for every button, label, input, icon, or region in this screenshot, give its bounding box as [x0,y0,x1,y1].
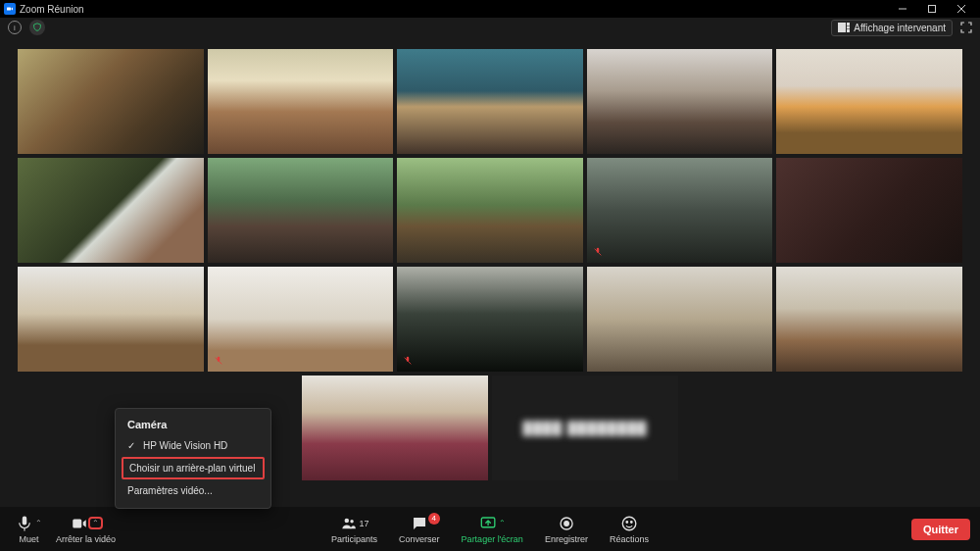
participant-tile[interactable] [397,49,583,154]
meeting-toolbar: ⌃ Muet ⌃ Arrêter la vidéo [0,507,980,551]
share-label: Partager l'écran [462,534,523,544]
video-settings[interactable]: Paramètres vidéo... [116,481,270,500]
svg-point-15 [350,520,353,523]
video-settings-label: Paramètres vidéo... [127,485,213,496]
svg-point-18 [564,521,569,526]
reactions-button[interactable]: Réactions [604,515,655,544]
svg-point-20 [626,521,628,523]
speaker-view-icon [838,23,850,32]
svg-point-14 [344,518,349,523]
view-mode-label: Affichage intervenant [854,23,946,33]
record-label: Enregistrer [545,534,588,544]
video-gallery: ████ ████████ Caméra ✓ HP Wide Vision HD… [0,37,980,507]
chat-badge: 4 [428,513,440,525]
participant-tile[interactable] [208,49,394,154]
participant-tile[interactable] [776,158,962,263]
svg-rect-13 [73,519,81,527]
reactions-icon [620,515,638,532]
svg-rect-2 [929,6,936,13]
chat-icon [411,515,428,532]
participant-tile[interactable] [776,267,962,372]
leave-button[interactable]: Quitter [911,519,970,540]
camera-options-popup: Caméra ✓ HP Wide Vision HD Choisir un ar… [115,408,271,509]
participant-tile[interactable] [587,267,773,372]
encryption-icon[interactable] [29,20,45,35]
svg-rect-5 [838,23,846,32]
fullscreen-icon[interactable] [960,22,972,33]
mute-button[interactable]: ⌃ Muet [10,515,48,544]
participant-tile[interactable] [18,267,204,372]
info-bar: i Affichage intervenant [0,18,980,37]
participants-label: Participants [331,534,377,544]
record-button[interactable]: Enregistrer [539,515,594,544]
share-screen-icon [479,515,497,532]
participants-icon [340,515,358,532]
choose-virtual-background[interactable]: Choisir un arrière-plan virtuel [122,457,265,479]
video-icon [71,515,88,532]
participant-tile[interactable] [776,49,962,154]
svg-rect-6 [847,23,850,25]
muted-icon [591,245,605,259]
choose-bg-label: Choisir un arrière-plan virtuel [129,463,255,474]
svg-point-19 [622,517,636,530]
stop-video-label: Arrêter la vidéo [56,534,116,544]
maximize-button[interactable] [917,0,947,18]
participant-tile[interactable] [208,267,394,372]
mute-caret-icon[interactable]: ⌃ [35,519,42,527]
close-button[interactable] [947,0,976,18]
zoom-logo-icon [4,3,16,15]
participant-tile[interactable] [302,376,488,480]
muted-icon [212,354,225,368]
participant-tile[interactable] [208,158,394,263]
camera-option-selected[interactable]: ✓ HP Wide Vision HD [116,436,270,455]
svg-point-21 [630,521,632,523]
reactions-label: Réactions [610,534,649,544]
svg-rect-0 [7,8,11,11]
svg-rect-7 [847,26,850,29]
camera-section-heading: Caméra [116,417,270,436]
participant-tile[interactable] [18,158,204,263]
video-caret-icon[interactable]: ⌃ [90,519,101,527]
mute-label: Muet [19,534,38,544]
chat-label: Converser [399,534,440,544]
participant-tile[interactable] [587,49,773,154]
participant-name: ████ ████████ [522,421,647,435]
titlebar: Zoom Réunion [0,0,980,18]
participant-tile[interactable] [587,158,773,263]
participants-button[interactable]: 17 Participants [325,515,383,544]
share-caret-icon[interactable]: ⌃ [499,519,506,527]
muted-icon [401,354,415,368]
minimize-button[interactable] [888,0,917,18]
svg-rect-8 [847,29,850,32]
info-icon[interactable]: i [8,21,22,34]
participant-name-tile[interactable]: ████ ████████ [492,376,678,480]
check-icon: ✓ [127,440,137,451]
view-mode-button[interactable]: Affichage intervenant [831,20,953,36]
chat-button[interactable]: 4 Converser [393,515,446,544]
share-screen-button[interactable]: ⌃ Partager l'écran [456,515,529,544]
window-title: Zoom Réunion [20,4,84,15]
record-icon [558,515,575,532]
participant-tile[interactable] [397,267,583,372]
camera-option-label: HP Wide Vision HD [143,440,227,451]
participant-tile[interactable] [397,158,583,263]
participants-count: 17 [360,519,369,528]
participant-tile[interactable] [18,49,204,154]
stop-video-button[interactable]: ⌃ Arrêter la vidéo [50,515,122,544]
microphone-icon [16,515,33,532]
